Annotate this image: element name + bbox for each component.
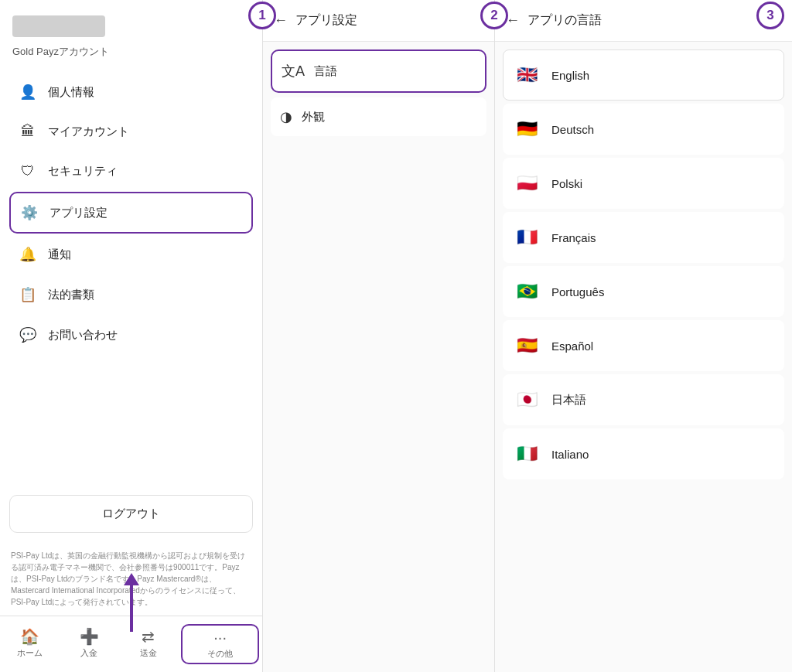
panel-app-settings: 2 ← アプリ設定 文A 言語 ◑ 外観 [263, 0, 495, 672]
language-item-japanese[interactable]: 🇯🇵 日本語 [503, 374, 784, 425]
personal-icon: 👤 [19, 84, 37, 101]
flag-francais: 🇫🇷 [513, 223, 541, 251]
nav-label-other: その他 [207, 648, 233, 660]
settings-item-label-appearance: 外観 [302, 110, 325, 125]
notifications-icon: 🔔 [19, 246, 37, 263]
menu-item-label-security: セキュリティ [48, 164, 118, 179]
menu-item-contact[interactable]: 💬 お問い合わせ [9, 316, 253, 354]
account-label: Gold Payzアカウント [12, 45, 250, 59]
language-label-english: English [551, 69, 589, 82]
logout-button[interactable]: ログアウト [9, 495, 253, 533]
language-item-deutsch[interactable]: 🇩🇪 Deutsch [503, 104, 784, 155]
panel2-title: アプリ設定 [295, 12, 357, 29]
footer-text: PSI-Pay Ltdは、英国の金融行動監視機構から認可および規制を受ける認可済… [0, 542, 262, 616]
language-label-espanol: Español [551, 339, 593, 353]
flag-japanese: 🇯🇵 [513, 386, 541, 414]
nav-label-transfer: 送金 [140, 647, 157, 659]
menu-item-myaccount[interactable]: 🏛 マイアカウント [9, 113, 253, 151]
panel-language-select: 3 ← アプリの言語 🇬🇧 English 🇩🇪 Deutsch 🇵🇱 Pols… [495, 0, 792, 672]
settings-item-appearance[interactable]: ◑ 外観 [271, 97, 486, 136]
language-icon: 文A [282, 62, 305, 80]
step-badge-1: 1 [248, 2, 276, 29]
menu-item-label-app-settings: アプリ設定 [50, 206, 108, 220]
bottom-nav: 🏠 ホーム ➕ 入金 ⇄ 送金 ··· その他 [0, 616, 262, 672]
menu-item-label-notifications: 通知 [48, 247, 71, 262]
profile-section: Gold Payzアカウント [0, 0, 262, 67]
menu-item-label-legal: 法的書類 [48, 288, 94, 302]
avatar-placeholder [12, 15, 105, 37]
language-label-francais: Français [551, 231, 596, 244]
flag-english: 🇬🇧 [513, 61, 541, 89]
language-label-polski: Polski [551, 177, 582, 190]
settings-item-language[interactable]: 文A 言語 [271, 49, 486, 93]
nav-icon-deposit: ➕ [80, 627, 99, 646]
app-settings-icon: ⚙️ [20, 204, 39, 221]
nav-icon-transfer: ⇄ [142, 627, 155, 646]
menu-item-legal[interactable]: 📋 法的書類 [9, 275, 253, 314]
panel3-title: アプリの言語 [527, 12, 602, 29]
menu-item-label-contact: お問い合わせ [48, 328, 118, 343]
menu-item-notifications[interactable]: 🔔 通知 [9, 235, 253, 274]
menu-item-label-personal: 個人情報 [48, 85, 94, 100]
panel2-header: ← アプリ設定 [263, 0, 494, 42]
menu-item-security[interactable]: 🛡 セキュリティ [9, 152, 253, 190]
language-item-italiano[interactable]: 🇮🇹 Italiano [503, 428, 784, 479]
settings-item-label-language: 言語 [314, 64, 337, 79]
language-list: 🇬🇧 English 🇩🇪 Deutsch 🇵🇱 Polski 🇫🇷 Franç… [495, 42, 792, 489]
menu-item-personal[interactable]: 👤 個人情報 [9, 73, 253, 111]
menu-item-label-myaccount: マイアカウント [48, 125, 129, 139]
menu-list: 👤 個人情報 🏛 マイアカウント 🛡 セキュリティ ⚙️ アプリ設定 🔔 通知 … [0, 67, 262, 486]
language-label-italiano: Italiano [551, 448, 589, 461]
nav-label-deposit: 入金 [80, 647, 97, 659]
nav-item-transfer[interactable]: ⇄ 送金 [119, 623, 179, 666]
language-label-portugues: Português [551, 285, 604, 298]
nav-label-home: ホーム [17, 647, 43, 659]
myaccount-icon: 🏛 [19, 124, 37, 140]
menu-item-app-settings[interactable]: ⚙️ アプリ設定 [9, 192, 253, 234]
nav-item-home[interactable]: 🏠 ホーム [0, 623, 60, 666]
panel3-header: ← アプリの言語 [495, 0, 792, 42]
appearance-icon: ◑ [280, 108, 292, 125]
nav-item-other[interactable]: ··· その他 [181, 624, 259, 664]
step-badge-3: 3 [756, 2, 784, 29]
step-badge-2: 2 [480, 2, 508, 29]
flag-polski: 🇵🇱 [513, 169, 541, 197]
flag-portugues: 🇧🇷 [513, 278, 541, 305]
security-icon: 🛡 [19, 163, 37, 179]
flag-deutsch: 🇩🇪 [513, 115, 541, 143]
language-label-deutsch: Deutsch [551, 123, 594, 136]
logout-section: ログアウト [0, 486, 262, 542]
language-item-espanol[interactable]: 🇪🇸 Español [503, 320, 784, 371]
contact-icon: 💬 [19, 326, 37, 343]
panel-main-menu: 1 Gold Payzアカウント 👤 個人情報 🏛 マイアカウント 🛡 セキュリ… [0, 0, 263, 672]
language-label-japanese: 日本語 [551, 393, 586, 408]
nav-item-deposit[interactable]: ➕ 入金 [60, 623, 119, 666]
language-item-polski[interactable]: 🇵🇱 Polski [503, 158, 784, 209]
nav-icon-other: ··· [213, 629, 227, 646]
language-item-portugues[interactable]: 🇧🇷 Português [503, 266, 784, 317]
flag-italiano: 🇮🇹 [513, 440, 541, 468]
language-item-francais[interactable]: 🇫🇷 Français [503, 212, 784, 263]
settings-list: 文A 言語 ◑ 外観 [263, 42, 494, 144]
legal-icon: 📋 [19, 286, 37, 303]
language-item-english[interactable]: 🇬🇧 English [503, 49, 784, 101]
nav-icon-home: 🏠 [20, 627, 39, 646]
flag-espanol: 🇪🇸 [513, 332, 541, 360]
